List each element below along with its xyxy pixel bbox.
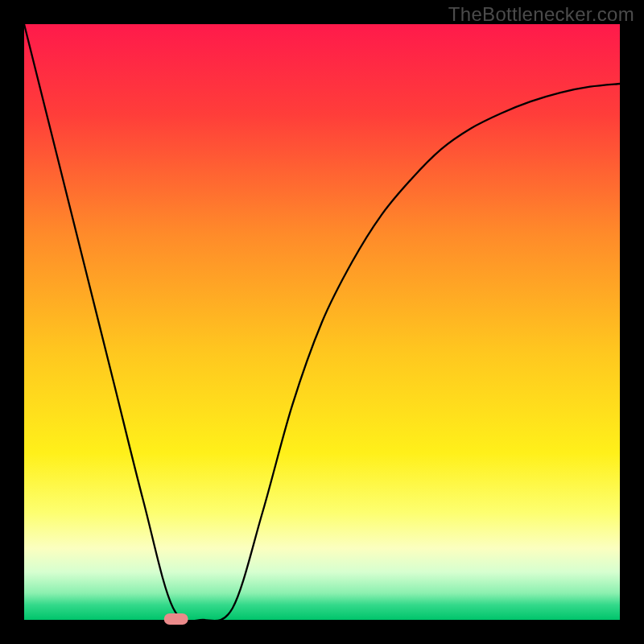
watermark-label: TheBottlenecker.com: [448, 3, 634, 26]
bottleneck-chart: [0, 0, 644, 644]
optimum-marker: [164, 613, 188, 625]
chart-stage: TheBottlenecker.com: [0, 0, 644, 644]
